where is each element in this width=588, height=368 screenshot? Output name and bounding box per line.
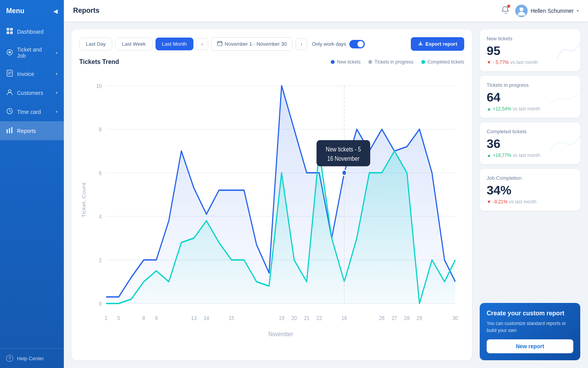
svg-text:14: 14: [204, 314, 209, 321]
svg-point-5: [9, 51, 11, 53]
stat-label: Job Completion: [487, 175, 573, 181]
legend-new-tickets: New tickets: [331, 59, 361, 65]
svg-text:Ticket, Count: Ticket, Count: [81, 182, 87, 218]
last-week-button[interactable]: Last Week: [115, 38, 152, 50]
svg-rect-2: [7, 31, 9, 34]
workdays-toggle[interactable]: [349, 40, 365, 48]
svg-point-16: [520, 7, 523, 11]
legend-label-new: New tickets: [337, 59, 361, 65]
export-label: Export report: [426, 41, 457, 47]
sidebar-toggle-icon[interactable]: ◀: [53, 8, 58, 14]
help-center-label: Help Center: [17, 356, 44, 361]
last-month-button[interactable]: Last Month: [156, 38, 193, 50]
change-label: vs last month: [513, 153, 540, 158]
last-day-button[interactable]: Last Day: [79, 38, 112, 50]
chevron-down-icon: ▾: [56, 110, 58, 114]
user-chevron-icon: ▾: [577, 9, 579, 13]
prev-period-button[interactable]: ‹: [197, 38, 208, 50]
date-range-text: November 1 - November 30: [225, 41, 287, 47]
svg-text:16: 16: [342, 314, 347, 321]
svg-rect-17: [217, 41, 222, 46]
reports-icon: [6, 127, 13, 135]
chevron-down-icon: ▾: [56, 72, 58, 76]
svg-text:0: 0: [99, 300, 102, 307]
page-title: Reports: [73, 7, 99, 15]
change-value: - 5,77%: [493, 60, 509, 65]
sidebar: Menu ◀ Dashboard Ticket and Job ▾ Invoic…: [0, 0, 64, 368]
date-range-picker[interactable]: November 1 - November 30: [211, 37, 292, 51]
stat-card-in-progress: Tickets in progress 64 ▲ +12,54% vs last…: [480, 76, 580, 118]
change-value: -9,21%: [493, 199, 508, 205]
filters-bar: Last Day Last Week Last Month ‹ November…: [79, 37, 464, 51]
svg-text:21: 21: [304, 314, 309, 321]
sidebar-item-invoice[interactable]: Invoice ▾: [0, 64, 64, 83]
sidebar-item-time-card[interactable]: Time card ▾: [0, 102, 64, 121]
toggle-knob: [357, 41, 364, 47]
next-period-button[interactable]: ›: [296, 38, 307, 50]
sidebar-title: Menu: [6, 7, 24, 15]
svg-rect-54: [316, 140, 370, 166]
notification-badge: [507, 5, 510, 8]
arrow-down-icon: ▼: [487, 199, 491, 205]
workdays-label: Only work days: [312, 41, 346, 47]
change-value: +12,54%: [493, 106, 511, 112]
timecard-icon: [6, 108, 13, 116]
svg-text:8: 8: [142, 314, 145, 321]
svg-rect-3: [10, 31, 13, 34]
download-icon: [418, 41, 423, 47]
svg-text:6: 6: [99, 170, 102, 176]
svg-text:20: 20: [291, 314, 297, 321]
user-menu[interactable]: Hellen Schummer ▾: [515, 5, 579, 17]
stat-value: 34%: [487, 183, 573, 198]
sidebar-item-label: Reports: [17, 128, 36, 134]
arrow-down-icon: ▼: [487, 60, 491, 65]
help-center-item[interactable]: ? Help Center: [6, 355, 58, 362]
arrow-up-icon: ▲: [487, 106, 491, 112]
right-panel: New tickets 95 ▼ - 5,77% vs last month T…: [480, 29, 580, 360]
sidebar-item-label: Time card: [17, 109, 41, 115]
export-report-button[interactable]: Export report: [411, 37, 464, 51]
sidebar-item-ticket-and-job[interactable]: Ticket and Job ▾: [0, 41, 64, 64]
svg-text:New tickets - 5: New tickets - 5: [326, 146, 361, 153]
svg-text:26: 26: [379, 314, 385, 321]
notification-bell[interactable]: [501, 6, 509, 15]
new-report-button[interactable]: New report: [487, 339, 573, 353]
header-right: Hellen Schummer ▾: [501, 5, 579, 17]
chart-container: 10 8 6 4 2 0 Ticket, Count: [79, 69, 464, 353]
sidebar-item-reports[interactable]: Reports: [0, 121, 64, 140]
legend-label-progress: Tickets in progress: [374, 59, 413, 65]
svg-text:4: 4: [99, 213, 102, 220]
ticket-icon: [6, 49, 13, 57]
avatar: [515, 5, 528, 17]
svg-rect-1: [10, 28, 13, 31]
legend-completed: Completed tickets: [421, 59, 464, 65]
change-label: vs last month: [510, 60, 538, 65]
svg-text:19: 19: [279, 314, 284, 321]
custom-report-card: Create your custom report You can custom…: [480, 303, 580, 360]
svg-text:5: 5: [117, 314, 120, 321]
sidebar-item-dashboard[interactable]: Dashboard: [0, 22, 64, 41]
sidebar-item-customers[interactable]: Customers ▾: [0, 83, 64, 102]
svg-text:28: 28: [404, 314, 410, 321]
customers-icon: [6, 89, 13, 97]
sidebar-header: Menu ◀: [0, 0, 64, 22]
custom-report-title: Create your custom report: [487, 310, 573, 317]
svg-text:1: 1: [105, 314, 108, 321]
help-icon: ?: [6, 355, 13, 362]
chevron-down-icon: ▾: [56, 91, 58, 95]
legend-in-progress: Tickets in progress: [368, 59, 413, 65]
main-content: Reports Hellen Schummer ▾ Last Day: [64, 0, 588, 368]
stat-change: ▼ -9,21% vs last month: [487, 199, 573, 205]
chart-panel: Last Day Last Week Last Month ‹ November…: [72, 29, 472, 360]
invoice-icon: [6, 70, 13, 78]
stat-card-job-completion: Job Completion 34% ▼ -9,21% vs last mont…: [480, 169, 580, 211]
custom-report-description: You can customize standard reports or bu…: [487, 320, 573, 334]
svg-text:9: 9: [155, 314, 157, 321]
svg-text:22: 22: [316, 314, 322, 321]
sidebar-footer: ? Help Center: [0, 348, 64, 368]
change-label: vs last month: [509, 199, 537, 205]
svg-text:15: 15: [229, 314, 234, 321]
stat-card-new-tickets: New tickets 95 ▼ - 5,77% vs last month: [480, 29, 580, 71]
svg-rect-14: [11, 127, 12, 133]
change-value: +18,77%: [493, 153, 511, 158]
